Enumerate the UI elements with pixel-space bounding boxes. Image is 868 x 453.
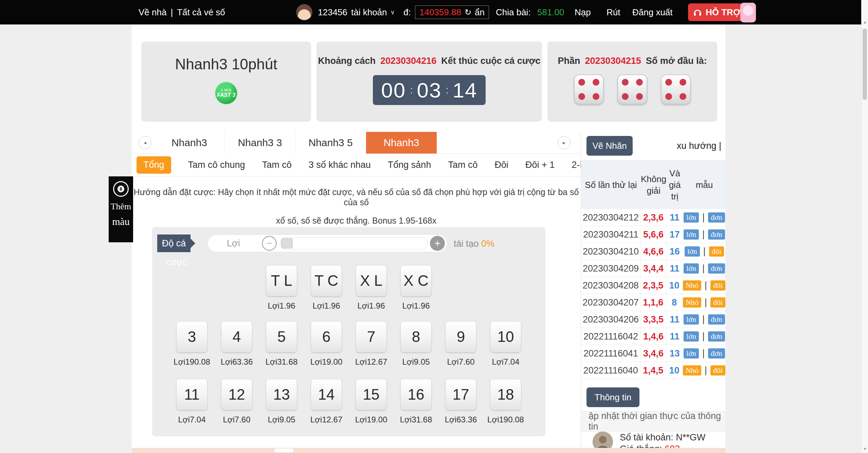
support-button[interactable]: HỖ TRỢ [688,3,745,21]
refresh-icon[interactable]: ↻ [465,7,471,17]
die-pip [622,93,629,100]
rebate-info: tái tạo 0% [454,239,494,249]
bet-odds: Lợi1.96 [402,301,430,311]
bet-button-3[interactable]: 3 [176,321,207,352]
tab-nhanh3[interactable]: Nhanh3 [154,132,225,154]
logo-main-text: FAST 3 [217,92,235,98]
tabs-scroll-right-button[interactable]: ▸ [558,136,571,149]
parity-badge: đôi [709,246,724,257]
bet-button-17[interactable]: 17 [445,379,476,410]
profit-slider: Lợi − + [207,234,447,252]
slider-minus-button[interactable]: − [262,236,277,251]
scroll-down-icon[interactable]: ▼ [862,447,868,451]
tab-nhanh3-3[interactable]: Nhanh3 3 [225,132,295,154]
bet-odds: Lợi9.05 [402,357,430,367]
slider-track[interactable] [280,237,428,249]
withdraw-button[interactable]: Rút [607,0,620,24]
game-card: Nhanh3 10phút 3 MIN FAST 3 [141,41,311,122]
bet-button-8[interactable]: 8 [400,321,432,352]
bet-odds: Lợi12.67 [355,357,387,367]
round-label: Khoảng cách [318,56,376,66]
bet-odds: Lợi63.36 [445,415,477,424]
bet-button-11[interactable]: 11 [176,379,207,410]
page-scrollbar[interactable]: ▲ ▼ [861,0,868,453]
account-menu[interactable]: tài khoản ∨ [351,0,395,24]
support-mascot-icon[interactable] [740,3,756,22]
bet-button-xl[interactable]: X L [356,265,387,296]
all-tickets-link[interactable]: Tất cả vé số [177,7,225,18]
hide-balance-button[interactable]: ẩn [475,7,485,18]
parity-badge: đơn [708,212,725,223]
bet-button-tc[interactable]: T C [311,265,342,296]
table-row: 202303042122,3,611lớn|đơn [581,209,725,226]
bet-odds: Lợi12.67 [310,415,342,424]
slider-handle[interactable] [281,238,293,248]
info-button[interactable]: Thông tin [586,387,639,407]
scrollbar-thumb[interactable] [863,29,867,100]
bet-button-tl[interactable]: T L [266,265,297,296]
tab-nhanh3-active[interactable]: Nhanh3 [366,132,437,154]
deposit-button[interactable]: Nạp [575,0,591,24]
bet-odds: Lợi1.96 [357,301,385,311]
countdown-colon: : [410,84,413,96]
bet-odds: Lợi9.05 [268,415,295,424]
logout-button[interactable]: Đăng xuất [632,0,673,24]
bet-button-18[interactable]: 18 [490,379,521,410]
tabs-scroll-left-button[interactable]: ◂ [139,136,151,149]
currency-label: đ: [403,0,411,24]
bet-button-14[interactable]: 14 [311,379,342,410]
parity-badge: đơn [708,331,725,342]
subtab-tong[interactable]: Tổng [137,156,171,174]
table-row: 202211160421,4,611lớn|đơn [581,328,725,345]
slider-plus-button[interactable]: + [430,236,445,251]
logo-top-text: 3 MIN [221,88,232,92]
bet-button-6[interactable]: 6 [311,321,342,352]
parity-badge: đơn [708,229,725,240]
size-badge: lớn [684,263,699,274]
subtab-doi-1[interactable]: Đôi + 1 [525,160,555,170]
tab-nhanh3-5[interactable]: Nhanh3 5 [295,132,366,154]
home-link[interactable]: Về nhà [139,7,166,18]
bet-button-13[interactable]: 13 [266,379,297,410]
result-label: Phần [558,56,580,66]
table-row: 202303042082,3,510Nhỏ|đôi [581,277,725,294]
result-suffix: Số mở đầu là: [646,56,707,66]
table-row: 202303042071,1,68Nhỏ|đôi [581,294,725,311]
add-color-widget[interactable]: 8 Thêm màu [109,176,133,242]
size-badge: Nhỏ [683,297,701,308]
countdown-hours: 00 [381,78,406,102]
countdown-timer: 00 : 03 : 14 [373,75,486,105]
die-pip [680,79,686,86]
die-pip [578,93,585,100]
size-badge: lớn [684,229,699,240]
subtab-tong-sanh[interactable]: Tổng sảnh [388,160,431,170]
subtab-3-so-khac-nhau[interactable]: 3 số khác nhau [309,160,371,170]
number-bet-row-1: 3Lợi190.08 4Lợi63.36 5Lợi31.68 6Lợi19.00… [152,321,545,367]
game-tabs-row: ◂ Nhanh3 Nhanh3 3 Nhanh3 5 Nhanh3 ▸ [132,132,581,154]
user-avatar[interactable] [296,4,312,20]
subtab-tam-co[interactable]: Tam cô [262,160,292,170]
subtab-doi[interactable]: Đôi [494,160,508,170]
bet-button-5[interactable]: 5 [266,321,297,352]
bet-odds: Lợi19.00 [310,357,342,367]
bet-odds: Lợi190.08 [174,357,210,367]
draw-label-button[interactable]: Vẽ Nhãn [586,136,633,156]
trend-label[interactable]: xu hướng | [677,141,721,151]
instructions-line-1: Hướng dẫn đặt cược: Hãy chọn ít nhất một… [132,187,581,207]
bet-button-9[interactable]: 9 [445,321,476,352]
size-badge: lớn [684,348,699,359]
bet-button-15[interactable]: 15 [356,379,387,410]
bet-button-10[interactable]: 10 [490,321,521,352]
subtab-tam-co-2[interactable]: Tam cô [448,160,477,170]
subtab-tam-co-chung[interactable]: Tam cô chung [188,160,245,170]
bet-odds: Lợi31.68 [400,415,432,424]
betting-panel: Độ cá cược Lợi − + tái tạo 0% T LLợi1.96… [152,227,545,436]
bottom-bar-button[interactable] [274,449,293,452]
bet-button-xc[interactable]: X C [400,265,432,296]
headset-icon [693,7,702,17]
bet-button-4[interactable]: 4 [221,321,252,352]
bet-button-12[interactable]: 12 [221,379,252,410]
scroll-up-icon[interactable]: ▲ [862,20,868,24]
bet-button-16[interactable]: 16 [400,379,432,410]
bet-button-7[interactable]: 7 [356,321,387,352]
